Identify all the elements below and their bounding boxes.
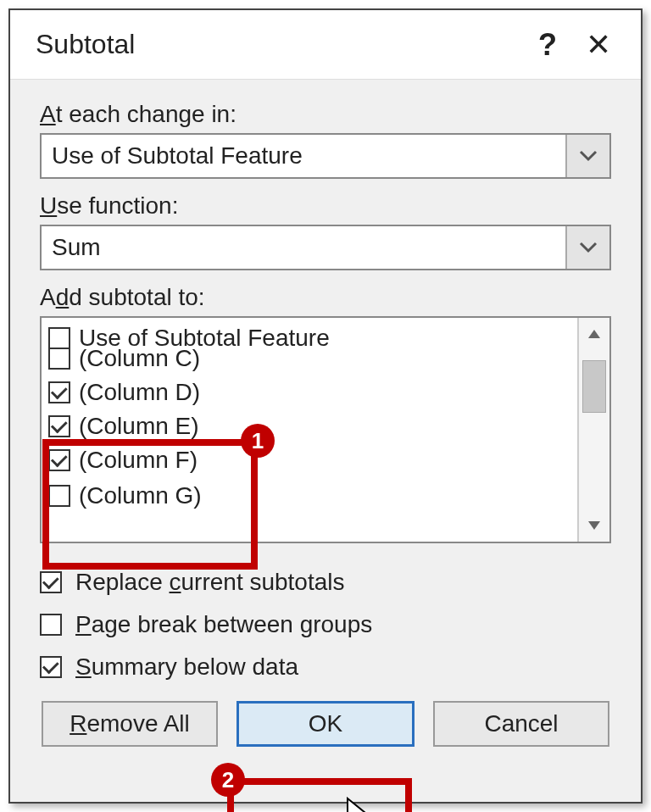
annotation-badge-2: 2: [211, 763, 245, 797]
use-function-label: Use function:: [40, 192, 611, 220]
use-function-combo[interactable]: Sum: [40, 225, 611, 270]
checkbox-icon[interactable]: [48, 348, 70, 370]
page-break-checkbox[interactable]: Page break between groups: [40, 611, 611, 638]
scrollbar[interactable]: [577, 318, 609, 542]
list-inner: Use of Subtotal Feature (Column C) (Colu…: [42, 318, 577, 542]
svg-marker-0: [588, 330, 600, 338]
cancel-button[interactable]: Cancel: [433, 701, 609, 747]
chevron-down-icon[interactable]: [565, 135, 609, 177]
replace-subtotals-checkbox[interactable]: Replace current subtotals: [40, 569, 611, 596]
button-row: Remove All OK Cancel: [40, 701, 611, 747]
options-group: Replace current subtotals Page break bet…: [40, 569, 611, 696]
list-item-label: (Column D): [79, 379, 200, 406]
dialog-title: Subtotal: [27, 29, 522, 60]
svg-marker-1: [588, 521, 600, 530]
close-button[interactable]: ✕: [573, 27, 624, 63]
at-change-label: At each change in:: [40, 101, 611, 128]
list-item[interactable]: (Column F): [45, 443, 574, 477]
list-item[interactable]: (Column E): [45, 409, 574, 443]
list-item[interactable]: (Column G): [45, 479, 574, 513]
checkbox-icon[interactable]: [48, 485, 70, 507]
annotation-highlight-2: [227, 778, 412, 812]
at-change-value: Use of Subtotal Feature: [52, 142, 565, 170]
list-item-label: (Column E): [79, 413, 199, 440]
list-item-label: (Column G): [79, 482, 202, 509]
ok-button[interactable]: OK: [236, 701, 415, 747]
checkbox-icon[interactable]: [40, 656, 62, 678]
list-item-label: (Column C): [79, 345, 200, 372]
cursor-icon: [346, 797, 376, 812]
add-subtotal-label: Add subtotal to:: [40, 284, 611, 311]
option-label: Replace current subtotals: [75, 569, 345, 596]
scroll-track[interactable]: [579, 350, 609, 509]
remove-all-button[interactable]: Remove All: [42, 701, 218, 747]
dialog-content: At each change in: Use of Subtotal Featu…: [10, 80, 641, 802]
option-label: Page break between groups: [75, 611, 372, 638]
list-item-label: (Column F): [79, 447, 198, 474]
checkbox-icon[interactable]: [40, 614, 62, 636]
option-label: Summary below data: [75, 653, 298, 681]
add-subtotal-listbox[interactable]: Use of Subtotal Feature (Column C) (Colu…: [40, 316, 611, 543]
checkbox-icon[interactable]: [48, 327, 70, 349]
at-change-combo[interactable]: Use of Subtotal Feature: [40, 133, 611, 179]
checkbox-icon[interactable]: [48, 381, 70, 403]
help-button[interactable]: ?: [522, 27, 573, 63]
scroll-up-icon[interactable]: [579, 318, 609, 350]
scroll-thumb[interactable]: [582, 360, 606, 413]
chevron-down-icon[interactable]: [565, 226, 609, 269]
checkbox-icon[interactable]: [48, 415, 70, 437]
list-item[interactable]: (Column D): [45, 375, 574, 409]
checkbox-icon[interactable]: [48, 449, 70, 471]
use-function-value: Sum: [52, 234, 565, 261]
scroll-down-icon[interactable]: [579, 509, 609, 542]
summary-below-checkbox[interactable]: Summary below data: [40, 653, 611, 681]
checkbox-icon[interactable]: [40, 571, 62, 593]
titlebar: Subtotal ? ✕: [10, 10, 641, 80]
subtotal-dialog: Subtotal ? ✕ At each change in: Use of S…: [8, 8, 643, 804]
